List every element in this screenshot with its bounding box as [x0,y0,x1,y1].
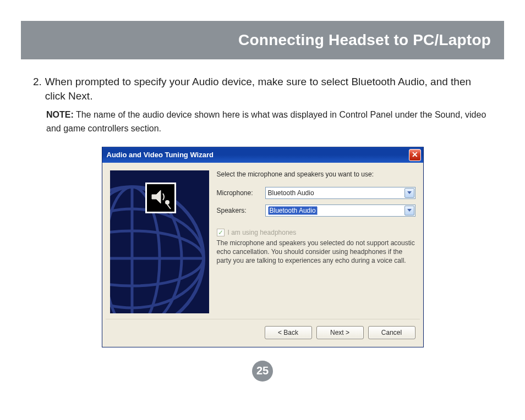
chevron-down-icon[interactable] [404,206,414,215]
speakers-value: Bluetooth Audio [268,206,318,215]
headphones-checkbox-row: ✓ I am using headphones [217,229,415,236]
cancel-button[interactable]: Cancel [368,326,415,339]
dialog-instruction: Select the microphone and speakers you w… [217,170,415,178]
next-button[interactable]: Next > [316,326,364,339]
close-button[interactable]: ✕ [409,149,421,161]
back-button[interactable]: < Back [265,326,312,339]
note-text: The name of the audio device shown here … [46,110,486,133]
note-label: NOTE: [46,110,74,119]
wizard-dialog: Audio and Video Tuning Wizard ✕ [102,147,424,347]
svg-point-7 [165,200,169,205]
page-number: 25 [256,364,269,377]
microphone-select[interactable]: Bluetooth Audio [265,187,415,199]
microphone-value: Bluetooth Audio [268,189,314,197]
close-icon: ✕ [412,150,418,159]
microphone-row: Microphone: Bluetooth Audio [217,187,415,199]
speaker-microphone-icon [145,183,176,213]
microphone-label: Microphone: [217,189,260,197]
page-number-badge: 25 [252,361,273,382]
page-header: Connecting Headset to PC/Laptop [21,21,504,59]
wizard-side-graphic [110,170,209,313]
note-block: NOTE: The name of the audio device shown… [46,108,492,136]
speakers-select[interactable]: Bluetooth Audio [265,205,415,217]
dialog-content: Select the microphone and speakers you w… [217,170,415,313]
echo-warning-text: The microphone and speakers you selected… [217,239,415,266]
speakers-row: Speakers: Bluetooth Audio [217,205,415,217]
dialog-titlebar[interactable]: Audio and Video Tuning Wizard ✕ [102,147,423,163]
chevron-down-icon[interactable] [404,188,414,198]
checkmark-icon: ✓ [218,229,223,236]
speakers-label: Speakers: [217,207,260,214]
dialog-button-row: < Back Next > Cancel [102,319,423,347]
step-block: 2. When prompted to specify your Audio d… [33,75,492,136]
page-title: Connecting Headset to PC/Laptop [238,31,491,49]
step-line: 2. When prompted to specify your Audio d… [33,75,492,103]
step-text: When prompted to specify your Audio devi… [45,75,492,103]
headphones-checkbox-label: I am using headphones [228,229,297,236]
headphones-checkbox: ✓ [217,229,225,236]
step-number: 2. [33,75,42,103]
svg-line-8 [167,205,171,209]
dialog-title: Audio and Video Tuning Wizard [107,151,409,159]
